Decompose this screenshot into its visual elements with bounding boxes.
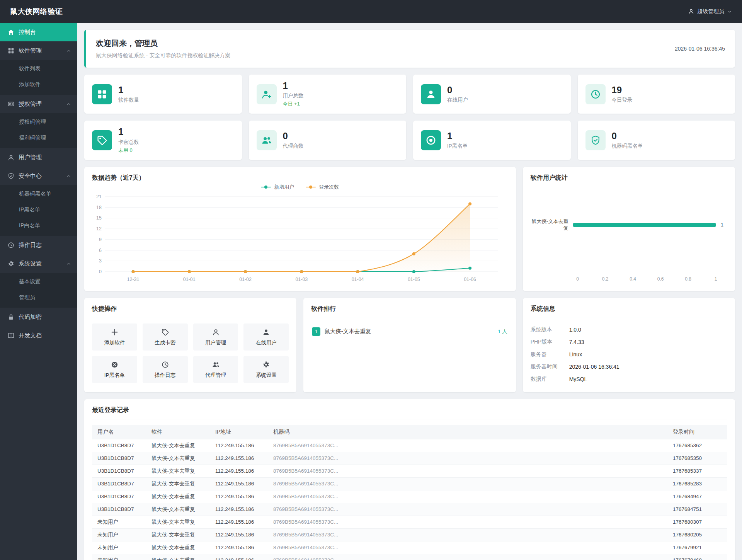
card-title: 快捷操作 — [92, 305, 289, 318]
clock-icon — [162, 361, 169, 368]
sidebar-item-admins[interactable]: 管理员 — [0, 289, 77, 305]
sidebar-item-license-codes[interactable]: 授权码管理 — [0, 114, 77, 130]
sidebar-item-docs[interactable]: 开发文档 — [0, 326, 77, 345]
stat-label: 用户总数 — [283, 92, 304, 99]
person-icon — [426, 89, 436, 99]
card-title: 最近登录记录 — [92, 406, 727, 419]
card-title: 数据趋势（近7天） — [92, 174, 508, 182]
user-icon — [212, 329, 220, 336]
software-ranking-card: 软件排行 1鼠大侠-文本去重复1 人 — [303, 298, 516, 392]
chevron-up-icon — [66, 102, 71, 107]
sidebar-item-basic-settings[interactable]: 基本设置 — [0, 274, 77, 289]
stat-label: 代理商数 — [283, 143, 304, 150]
sidebar-item-software-list[interactable]: 软件列表 — [0, 61, 77, 77]
svg-text:01-06: 01-06 — [464, 277, 476, 282]
quick-action-online-users[interactable]: 在线用户 — [243, 323, 289, 351]
quick-action-add-software[interactable]: 添加软件 — [92, 323, 137, 351]
sidebar-item-software[interactable]: 软件管理 — [0, 41, 77, 60]
cell-ip: 112.249.155.186 — [210, 477, 268, 490]
sidebar-item-settings[interactable]: 系统设置 — [0, 254, 77, 273]
sidebar-item-software-add[interactable]: 添加软件 — [0, 77, 77, 92]
stat-value: 19 — [612, 85, 633, 95]
quick-action-op-logs[interactable]: 操作日志 — [143, 356, 188, 383]
quick-action-system-settings[interactable]: 系统设置 — [243, 356, 289, 383]
bar-row: 鼠大侠-文本去重复1 — [531, 223, 716, 227]
stat-meta: 0机器码黑名单 — [612, 131, 643, 150]
legend-label: 登录次数 — [319, 184, 339, 191]
cell-ip: 112.249.155.186 — [210, 465, 268, 477]
clock-icon — [8, 242, 14, 249]
cell-username: 未知用户 — [92, 516, 146, 528]
target-icon — [426, 135, 436, 145]
stat-meta: 19今日登录 — [612, 85, 633, 104]
cell-machine-code: 8769B5B5A6914055373C... — [268, 516, 667, 528]
top-bar: 鼠大侠网络验证 超级管理员 — [0, 0, 742, 23]
ranking-item: 1鼠大侠-文本去重复1 人 — [311, 323, 508, 340]
cell-machine-code: 8769B5B5A6914055373C... — [268, 439, 667, 452]
stat-icon-tile — [585, 130, 606, 150]
cell-machine-code: 8769B5B5A6914055373C... — [268, 477, 667, 490]
sidebar-item-ip-blacklist[interactable]: IP黑名单 — [0, 202, 77, 218]
cell-software: 鼠大侠-文本去重复 — [146, 452, 210, 465]
stat-icon-tile — [257, 84, 277, 104]
stat-meta: 1IP黑名单 — [447, 131, 468, 150]
stat-meta: 0在线用户 — [447, 85, 468, 104]
admin-menu[interactable]: 超级管理员 — [688, 8, 732, 15]
main-content: 欢迎回来，管理员 鼠大侠网络验证系统 · 安全可靠的软件授权验证解决方案 202… — [77, 23, 742, 560]
quick-action-label: 操作日志 — [155, 372, 175, 379]
sidebar-item-users[interactable]: 用户管理 — [0, 148, 77, 167]
svg-text:01-04: 01-04 — [352, 277, 364, 282]
lock-icon — [8, 314, 14, 320]
quick-action-gen-card[interactable]: 生成卡密 — [143, 323, 188, 351]
stat-label: 在线用户 — [447, 97, 468, 104]
quick-action-ip-blacklist[interactable]: IP黑名单 — [92, 356, 137, 383]
svg-text:21: 21 — [96, 194, 102, 199]
legend-marker — [261, 187, 271, 187]
stat-label: 机器码黑名单 — [612, 143, 643, 150]
quick-action-agent-manage[interactable]: 代理管理 — [193, 356, 238, 383]
apps-icon — [97, 89, 107, 99]
sidebar-item-logs[interactable]: 操作日志 — [0, 236, 77, 254]
sidebar-item-security[interactable]: 安全中心 — [0, 167, 77, 185]
sidebar-item-welfare-codes[interactable]: 福利码管理 — [0, 130, 77, 146]
login-record-row: 未知用户鼠大侠-文本去重复112.249.155.1868769B5B5A691… — [92, 554, 727, 560]
stat-value: 0 — [283, 131, 304, 141]
trend-chart-card: 数据趋势（近7天） 新增用户登录次数 03691215182112-3101-0… — [84, 167, 516, 291]
quick-action-label: 系统设置 — [256, 372, 277, 379]
stat-label: IP黑名单 — [447, 143, 468, 150]
stat-meta: 1卡密总数未用 0 — [118, 127, 139, 153]
charts-row: 数据趋势（近7天） 新增用户登录次数 03691215182112-3101-0… — [84, 167, 735, 291]
sidebar-item-device-blacklist[interactable]: 机器码黑名单 — [0, 186, 77, 202]
svg-text:9: 9 — [99, 237, 102, 242]
axis-tick-label: 0.4 — [630, 276, 636, 282]
user-icon — [8, 154, 14, 161]
svg-text:6: 6 — [99, 247, 102, 253]
info-value: Linux — [569, 351, 582, 357]
user-icon — [688, 9, 694, 14]
stat-card-user-total: 1用户总数今日 +1 — [249, 75, 407, 114]
login-record-row: U3B1D1CB8D7鼠大侠-文本去重复112.249.155.1868769B… — [92, 465, 727, 477]
stat-card-card-total: 1卡密总数未用 0 — [84, 121, 242, 160]
bar-value: 1 — [721, 222, 723, 228]
users-icon — [262, 135, 272, 145]
tag-icon — [97, 135, 107, 145]
cell-username: U3B1D1CB8D7 — [92, 490, 146, 503]
sidebar-item-license[interactable]: 授权管理 — [0, 95, 77, 113]
cell-ip: 112.249.155.186 — [210, 541, 268, 554]
app-title: 鼠大侠网络验证 — [10, 7, 63, 17]
axis-tick-label: 0.2 — [602, 276, 609, 282]
bottom-row: 快捷操作 添加软件生成卡密用户管理在线用户IP黑名单操作日志代理管理系统设置 软… — [84, 298, 735, 392]
quick-action-label: 添加软件 — [104, 339, 125, 346]
stat-icon-tile — [92, 130, 112, 150]
sidebar-item-dashboard[interactable]: 控制台 — [0, 23, 77, 41]
tag-icon — [162, 329, 169, 336]
sidebar-item-encrypt[interactable]: 代码加密 — [0, 308, 77, 326]
stat-meta: 1软件数量 — [118, 85, 139, 104]
apps-icon — [8, 48, 14, 54]
quick-action-user-manage[interactable]: 用户管理 — [193, 323, 238, 351]
sidebar-item-ip-whitelist[interactable]: IP白名单 — [0, 218, 77, 233]
cell-software: 鼠大侠-文本去重复 — [146, 490, 210, 503]
sidebar-submenu-license: 授权码管理福利码管理 — [0, 113, 77, 148]
stat-icon-tile — [421, 84, 441, 104]
welcome-title: 欢迎回来，管理员 — [96, 38, 230, 49]
